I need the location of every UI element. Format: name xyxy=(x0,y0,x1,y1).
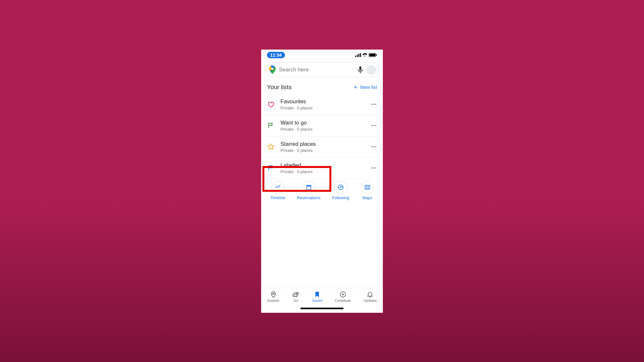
heart-icon xyxy=(267,101,275,108)
row-title: Want to go xyxy=(280,120,365,126)
quick-label: Timeline xyxy=(270,196,285,200)
timeline-icon xyxy=(275,184,281,190)
more-icon[interactable] xyxy=(371,101,377,107)
phone-frame: 11:34 Your lists New list xyxy=(261,50,383,313)
avatar[interactable] xyxy=(366,65,376,75)
row-text: Labelled Private · 0 places xyxy=(280,162,365,174)
svg-rect-2 xyxy=(358,54,359,57)
quick-label: Reservations xyxy=(297,196,320,200)
row-title: Labelled xyxy=(280,162,365,169)
following-icon xyxy=(337,184,344,190)
more-icon[interactable] xyxy=(371,165,377,171)
list-row-want-to-go[interactable]: Want to go Private · 0 places xyxy=(261,115,383,136)
nav-explore[interactable]: Explore xyxy=(267,291,279,302)
search-bar[interactable] xyxy=(265,62,379,77)
plus-icon xyxy=(353,85,358,90)
calendar-icon xyxy=(306,184,312,190)
svg-rect-6 xyxy=(376,54,377,56)
flag-icon xyxy=(267,164,275,172)
nav-go[interactable]: Go xyxy=(292,291,299,302)
nav-label: Updates xyxy=(364,299,377,302)
row-sub: Private · 0 places xyxy=(280,148,365,153)
star-icon xyxy=(267,143,275,150)
nav-label: Saved xyxy=(312,299,322,302)
svg-point-19 xyxy=(375,146,376,147)
quick-timeline[interactable]: Timeline xyxy=(270,181,285,200)
svg-point-13 xyxy=(372,125,373,126)
svg-point-22 xyxy=(375,167,376,168)
svg-point-15 xyxy=(375,125,376,126)
more-icon[interactable] xyxy=(371,144,377,150)
svg-point-17 xyxy=(372,146,373,147)
row-sub: Private · 0 places xyxy=(280,106,365,110)
quick-label: Following xyxy=(332,196,349,200)
svg-rect-3 xyxy=(360,53,361,57)
svg-point-10 xyxy=(372,104,373,105)
flag-icon xyxy=(267,122,275,129)
svg-marker-16 xyxy=(268,144,274,149)
svg-marker-28 xyxy=(365,185,370,189)
nav-contribute[interactable]: Contribute xyxy=(335,291,351,302)
row-text: Starred places Private · 0 places xyxy=(280,141,365,153)
svg-rect-35 xyxy=(296,293,298,294)
svg-point-20 xyxy=(372,167,373,168)
row-sub: Private · 0 places xyxy=(280,169,365,174)
list-container: Favourites Private · 0 places Want to go… xyxy=(261,94,383,288)
section-title: Your lists xyxy=(267,84,291,91)
search-wrap xyxy=(261,60,383,79)
row-text: Want to go Private · 0 places xyxy=(280,120,365,132)
svg-point-18 xyxy=(373,146,374,147)
new-list-button[interactable]: New list xyxy=(353,84,377,90)
quick-reservations[interactable]: Reservations xyxy=(297,181,320,200)
map-icon xyxy=(364,184,371,190)
svg-rect-1 xyxy=(357,55,358,57)
quick-maps[interactable]: Maps xyxy=(361,181,374,200)
row-title: Starred places xyxy=(280,141,365,147)
bell-icon xyxy=(366,291,374,298)
nav-saved[interactable]: Saved xyxy=(312,291,322,302)
nav-label: Explore xyxy=(267,299,279,302)
bookmark-icon xyxy=(314,291,321,298)
list-row-labelled[interactable]: Labelled Private · 0 places xyxy=(261,158,383,179)
search-input[interactable] xyxy=(279,67,354,73)
row-title: Favourites xyxy=(280,98,365,105)
row-text: Favourites Private · 0 places xyxy=(280,98,365,110)
maps-logo-icon xyxy=(269,66,276,74)
svg-point-11 xyxy=(373,104,374,105)
svg-point-12 xyxy=(375,104,376,105)
wifi-icon xyxy=(362,53,367,57)
svg-rect-5 xyxy=(369,54,375,56)
svg-point-21 xyxy=(373,167,374,168)
home-indicator xyxy=(261,306,383,313)
mic-icon[interactable] xyxy=(357,66,363,73)
car-icon xyxy=(292,291,299,298)
quick-following[interactable]: Following xyxy=(332,181,349,200)
plus-circle-icon xyxy=(339,291,346,298)
svg-rect-0 xyxy=(355,56,356,57)
new-list-label: New list xyxy=(360,84,377,90)
more-icon[interactable] xyxy=(371,122,377,129)
nav-label: Go xyxy=(293,299,298,302)
svg-point-31 xyxy=(273,293,274,295)
quick-actions: Timeline Reservations Following Maps xyxy=(261,179,383,200)
battery-icon xyxy=(369,53,377,57)
list-row-favourites[interactable]: Favourites Private · 0 places xyxy=(261,94,383,115)
nav-updates[interactable]: Updates xyxy=(364,291,377,302)
svg-rect-24 xyxy=(307,185,311,186)
status-icons xyxy=(355,53,377,57)
status-time: 11:34 xyxy=(267,52,285,58)
svg-point-7 xyxy=(271,68,274,70)
svg-point-14 xyxy=(373,125,374,126)
nav-label: Contribute xyxy=(335,299,351,302)
quick-label: Maps xyxy=(363,196,373,200)
row-sub: Private · 0 places xyxy=(280,127,365,132)
svg-point-27 xyxy=(338,185,343,190)
pin-icon xyxy=(270,291,277,298)
bottom-nav: Explore Go Saved Contribute Updates xyxy=(261,288,383,306)
list-row-starred[interactable]: Starred places Private · 0 places xyxy=(261,136,383,158)
status-bar: 11:34 xyxy=(261,50,383,60)
cellular-icon xyxy=(355,53,361,57)
section-header: Your lists New list xyxy=(261,79,383,94)
